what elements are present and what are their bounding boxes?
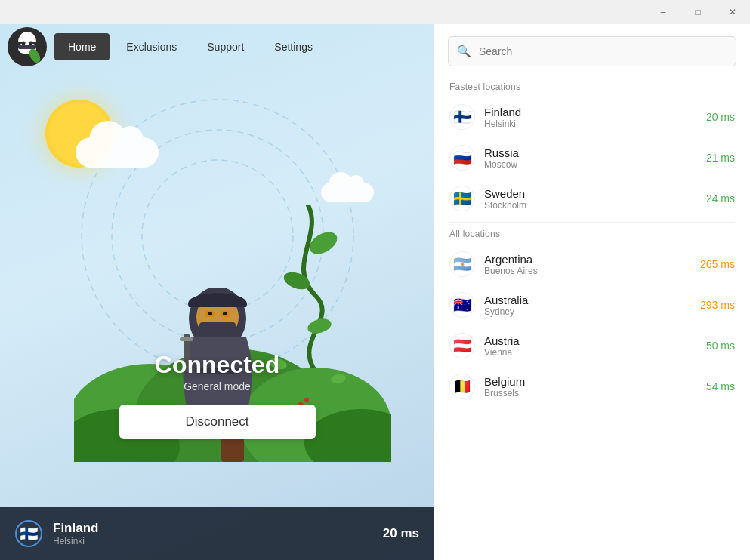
location-ping: 24 ms — [706, 192, 735, 205]
location-item[interactable]: 🇸🇪 Sweden Stockholm 24 ms — [434, 178, 750, 219]
search-icon: 🔍 — [457, 45, 471, 58]
location-names: Belgium Brussels — [484, 375, 706, 398]
connected-country: Helsinki — [53, 536, 383, 546]
location-country: Argentina — [484, 253, 700, 266]
support-nav-button[interactable]: Support — [193, 33, 258, 60]
connected-country-flag: 🇫🇮 — [15, 520, 42, 547]
location-city: Brussels — [484, 388, 706, 398]
location-item[interactable]: 🇦🇷 Argentina Buenos Aires 265 ms — [434, 244, 750, 285]
location-flag: 🇦🇹 — [449, 333, 475, 358]
location-item[interactable]: 🇫🇮 Finland Helsinki 20 ms — [434, 97, 750, 137]
svg-point-5 — [29, 42, 33, 45]
connection-mode-text: General mode — [104, 380, 331, 392]
location-names: Finland Helsinki — [484, 106, 706, 129]
location-flag: 🇦🇺 — [449, 292, 475, 318]
location-country: Austria — [484, 334, 706, 347]
location-item[interactable]: 🇦🇺 Australia Sydney 293 ms — [434, 285, 750, 325]
connected-location: Finland Helsinki — [53, 521, 383, 546]
location-names: Austria Vienna — [484, 334, 706, 358]
svg-rect-33 — [199, 322, 236, 337]
exclusions-nav-button[interactable]: Exclusions — [113, 33, 190, 60]
location-ping: 21 ms — [706, 152, 735, 164]
svg-rect-36 — [180, 337, 193, 341]
cloud-decoration-2 — [321, 183, 374, 202]
location-item[interactable]: 🇦🇹 Austria Vienna 50 ms — [434, 325, 750, 366]
location-ping: 265 ms — [700, 258, 735, 270]
connected-city: Finland — [53, 521, 383, 536]
svg-rect-31 — [208, 312, 212, 315]
connection-status-area: Connected General mode Disconnect — [104, 351, 331, 439]
cloud-decoration-1 — [76, 137, 159, 168]
location-names: Argentina Buenos Aires — [484, 253, 700, 276]
location-flag: 🇧🇪 — [449, 374, 475, 399]
svg-rect-6 — [18, 45, 36, 49]
location-city: Buenos Aires — [484, 266, 700, 276]
section-divider — [449, 222, 735, 223]
location-names: Sweden Stockholm — [484, 187, 706, 211]
location-city: Moscow — [484, 159, 706, 170]
location-flag: 🇦🇷 — [449, 251, 475, 277]
location-country: Sweden — [484, 187, 706, 200]
fastest-locations-header: Fastest locations — [434, 78, 750, 97]
app-logo — [8, 27, 47, 66]
all-locations-list: 🇦🇷 Argentina Buenos Aires 265 ms 🇦🇺 Aust… — [434, 244, 750, 407]
location-names: Australia Sydney — [484, 294, 700, 317]
location-ping: 54 ms — [706, 380, 735, 392]
bottom-status-bar: 🇫🇮 Finland Helsinki 20 ms — [0, 507, 434, 560]
location-item[interactable]: 🇧🇪 Belgium Brussels 54 ms — [434, 366, 750, 407]
location-city: Sydney — [484, 306, 700, 317]
hero-panel: Connected General mode Disconnect 🇫🇮 Fin… — [0, 24, 434, 560]
fastest-locations-list: 🇫🇮 Finland Helsinki 20 ms 🇷🇺 Russia Mosc… — [434, 97, 750, 219]
home-nav-button[interactable]: Home — [54, 33, 110, 60]
location-country: Australia — [484, 294, 700, 306]
svg-point-4 — [22, 42, 26, 45]
search-input[interactable] — [448, 36, 736, 66]
location-flag: 🇷🇺 — [449, 145, 475, 171]
disconnect-button[interactable]: Disconnect — [119, 405, 316, 439]
location-country: Russia — [484, 146, 706, 159]
search-box: 🔍 — [448, 36, 736, 66]
location-ping: 20 ms — [706, 111, 735, 123]
location-item[interactable]: 🇷🇺 Russia Moscow 21 ms — [434, 137, 750, 178]
maximize-button[interactable]: □ — [681, 0, 715, 24]
connection-status-text: Connected — [104, 351, 331, 379]
all-locations-header: All locations — [434, 226, 750, 244]
location-flag: 🇸🇪 — [449, 186, 475, 211]
navigation: Home Exclusions Support Settings — [0, 24, 434, 69]
svg-rect-32 — [223, 312, 227, 315]
location-country: Belgium — [484, 375, 706, 388]
location-city: Helsinki — [484, 118, 706, 129]
locations-panel: 🔍 Fastest locations 🇫🇮 Finland Helsinki … — [434, 24, 750, 560]
connected-ping: 20 ms — [383, 526, 419, 541]
location-names: Russia Moscow — [484, 146, 706, 170]
location-city: Stockholm — [484, 200, 706, 211]
location-country: Finland — [484, 106, 706, 118]
location-ping: 50 ms — [706, 340, 735, 352]
close-button[interactable]: ✕ — [715, 0, 750, 24]
location-flag: 🇫🇮 — [449, 104, 475, 130]
location-city: Vienna — [484, 347, 706, 358]
settings-nav-button[interactable]: Settings — [261, 33, 326, 60]
minimize-button[interactable]: – — [646, 0, 681, 24]
location-ping: 293 ms — [700, 299, 735, 311]
title-bar: – □ ✕ — [0, 0, 750, 24]
